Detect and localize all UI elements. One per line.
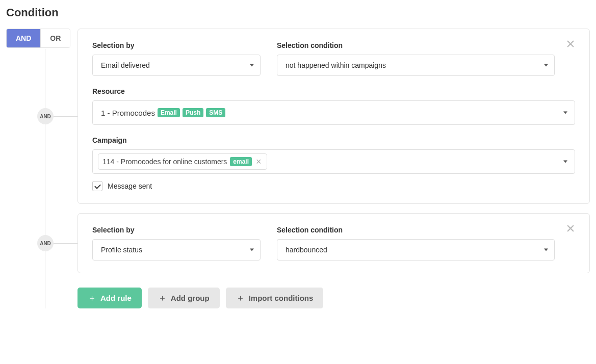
selection-condition-select[interactable]: not happened within campaigns	[277, 55, 555, 76]
logic-column: AND OR AND AND	[6, 29, 77, 308]
resource-tag-sms: SMS	[206, 108, 225, 117]
chevron-down-icon	[544, 64, 548, 67]
selection-condition-label: Selection condition	[277, 41, 555, 49]
resource-select[interactable]: 1 - Promocodes Email Push SMS	[92, 100, 575, 125]
rules-column: Selection by Email delivered Selection c…	[77, 29, 590, 308]
logic-and-button[interactable]: AND	[7, 29, 40, 47]
resource-tag-email: Email	[158, 108, 180, 117]
close-icon[interactable]	[566, 224, 578, 236]
resource-value: 1 - Promocodes Email Push SMS	[98, 108, 225, 117]
remove-chip-icon[interactable]: ×	[255, 157, 263, 166]
selection-condition-select[interactable]: hardbounced	[277, 239, 555, 261]
message-sent-label: Message sent	[108, 182, 152, 190]
page-title: Condition	[6, 6, 590, 19]
campaign-chip-text: 114 - Promocodes for online customers	[102, 158, 227, 166]
rule-card: Selection by Email delivered Selection c…	[77, 29, 590, 204]
actions-row: ＋ Add rule ＋ Add group ＋ Import conditio…	[77, 288, 590, 308]
resource-label: Resource	[92, 87, 575, 95]
selection-by-label: Selection by	[92, 226, 261, 234]
rule-card: Selection by Profile status Selection co…	[77, 213, 590, 273]
condition-builder: AND OR AND AND Selection by Email delive…	[6, 29, 590, 308]
selection-by-value: Profile status	[101, 246, 142, 254]
chevron-down-icon	[250, 64, 254, 67]
logic-or-button[interactable]: OR	[40, 29, 70, 47]
connector-horizontal-line	[54, 243, 78, 244]
logic-operator-toggle: AND OR	[6, 29, 70, 48]
campaign-label: Campaign	[92, 136, 575, 144]
selection-by-value: Email delivered	[101, 61, 150, 69]
connector-badge: AND	[37, 235, 54, 251]
connector-horizontal-line	[54, 116, 78, 117]
add-rule-button[interactable]: ＋ Add rule	[77, 288, 142, 308]
plus-icon: ＋	[236, 294, 245, 302]
selection-condition-value: hardbounced	[286, 246, 327, 254]
chevron-down-icon	[563, 161, 567, 163]
connector-node-2: AND	[37, 235, 54, 251]
chevron-down-icon	[563, 112, 567, 114]
campaign-chip-tag: email	[230, 157, 252, 166]
resource-tag-push: Push	[183, 108, 203, 117]
import-conditions-button[interactable]: ＋ Import conditions	[226, 288, 324, 308]
selection-condition-label: Selection condition	[277, 226, 555, 234]
selection-by-select[interactable]: Profile status	[92, 239, 261, 261]
add-group-button[interactable]: ＋ Add group	[148, 288, 220, 308]
campaign-chip: 114 - Promocodes for online customers em…	[98, 153, 267, 170]
close-icon[interactable]	[566, 39, 578, 51]
plus-icon: ＋	[158, 294, 167, 302]
campaign-select[interactable]: 114 - Promocodes for online customers em…	[92, 149, 575, 174]
connector-node-1: AND	[37, 108, 54, 124]
selection-by-select[interactable]: Email delivered	[92, 55, 261, 76]
plus-icon: ＋	[88, 294, 96, 302]
chevron-down-icon	[250, 249, 254, 251]
connector-badge: AND	[37, 108, 54, 124]
chevron-down-icon	[544, 249, 548, 251]
message-sent-checkbox[interactable]	[92, 181, 102, 191]
connector-vertical-line	[45, 49, 45, 308]
selection-condition-value: not happened within campaigns	[286, 61, 386, 69]
selection-by-label: Selection by	[92, 41, 261, 49]
